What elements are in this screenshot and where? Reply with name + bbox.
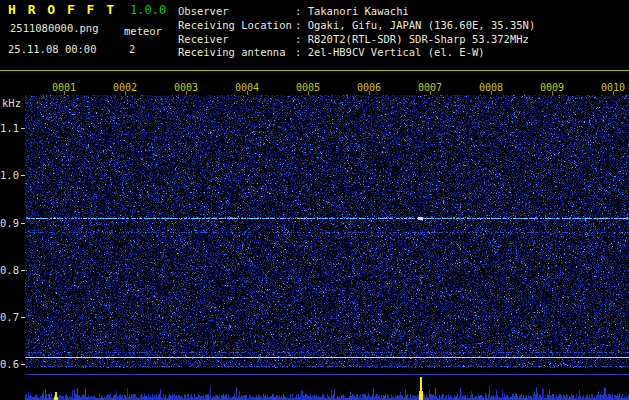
freq-tick-label: 0.9 xyxy=(0,217,19,229)
freq-tick-label: 0.7 xyxy=(0,311,19,323)
freq-axis-unit: kHz xyxy=(2,97,21,109)
info-value: : Ogaki, Gifu, JAPAN (136.60E, 35.35N) xyxy=(295,19,535,33)
info-label: Receiving Location xyxy=(178,19,295,33)
observation-mode: meteor xyxy=(124,25,162,37)
freq-tick-label: 1.0 xyxy=(0,169,19,181)
info-value: : Takanori Kawachi xyxy=(295,5,409,19)
hrofft-app: H R O F F T 1.0.0 2511080000.png meteor … xyxy=(0,0,629,400)
info-row-location: Receiving Location : Ogaki, Gifu, JAPAN … xyxy=(178,19,535,33)
station-info: Observer : Takanori Kawachi Receiving Lo… xyxy=(178,5,535,60)
info-row-observer: Observer : Takanori Kawachi xyxy=(178,5,535,19)
spectrogram-canvas xyxy=(25,95,629,368)
output-filename: 2511080000.png xyxy=(10,22,99,34)
info-value: : R820T2(RTL-SDR) SDR-Sharp 53.372MHz xyxy=(295,33,529,47)
echo-count: 2 xyxy=(129,43,135,55)
info-row-receiver: Receiver : R820T2(RTL-SDR) SDR-Sharp 53.… xyxy=(178,33,535,47)
info-value: : 2el-HB9CV Vertical (el. E-W) xyxy=(295,46,485,60)
observation-datetime: 25.11.08 00:00 xyxy=(8,43,97,55)
header-title-row: H R O F F T 1.0.0 xyxy=(8,2,166,17)
app-title: H R O F F T xyxy=(8,2,116,17)
freq-tick-label: 1.1 xyxy=(0,122,19,134)
signal-level-strip-canvas xyxy=(25,372,629,400)
freq-tick-label: 0.6 xyxy=(0,358,19,370)
header-separator xyxy=(0,70,629,71)
app-version: 1.0.0 xyxy=(130,3,166,17)
info-row-antenna: Receiving antenna : 2el-HB9CV Vertical (… xyxy=(178,46,535,60)
info-label: Receiving antenna xyxy=(178,46,295,60)
info-label: Observer xyxy=(178,5,295,19)
freq-tick-label: 0.8 xyxy=(0,264,19,276)
info-label: Receiver xyxy=(178,33,295,47)
